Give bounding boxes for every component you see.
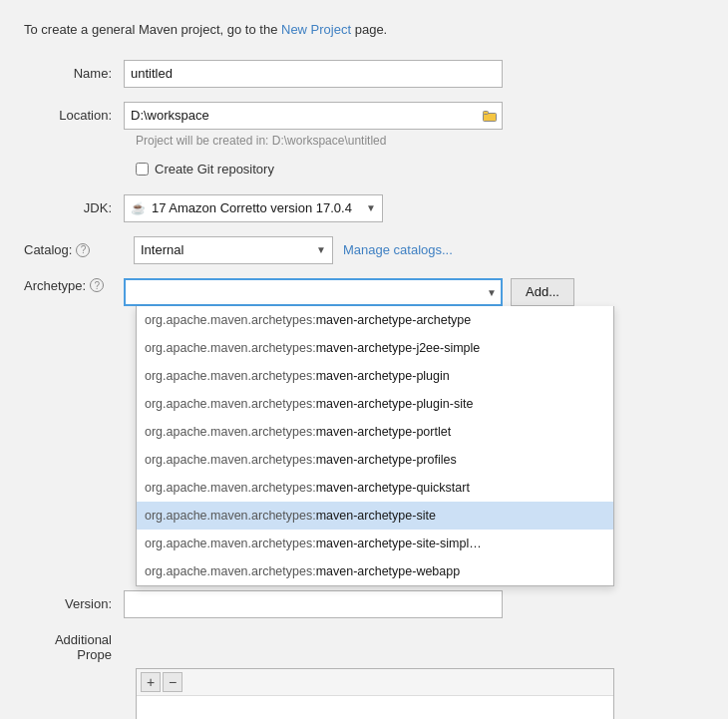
additional-props-header: Additional Prope [24, 632, 704, 662]
version-row: Version: [24, 590, 704, 618]
additional-properties-section: Additional Prope + − [24, 632, 704, 720]
name-input[interactable] [124, 60, 503, 88]
manage-catalogs-link[interactable]: Manage catalogs... [343, 242, 453, 257]
props-table: + − [136, 668, 614, 720]
name-row: Name: [24, 60, 704, 88]
jdk-chevron-icon: ▼ [366, 202, 376, 213]
dropdown-item-4[interactable]: org.apache.maven.archetypes:maven-archet… [137, 418, 613, 446]
browse-folder-button[interactable] [479, 105, 501, 127]
props-toolbar: + − [137, 669, 613, 696]
dropdown-item-1[interactable]: org.apache.maven.archetypes:maven-archet… [137, 334, 613, 362]
dropdown-item-9[interactable]: org.apache.maven.archetypes:maven-archet… [137, 557, 613, 585]
git-checkbox-label[interactable]: Create Git repository [136, 162, 274, 177]
archetype-dropdown: org.apache.maven.archetypes:maven-archet… [136, 306, 614, 586]
catalog-help-icon[interactable]: ? [76, 243, 90, 257]
catalog-value: Internal [141, 242, 183, 257]
git-checkbox-text: Create Git repository [155, 162, 274, 177]
catalog-row: Catalog: ? Internal ▼ Manage catalogs... [24, 236, 704, 264]
catalog-chevron-icon: ▼ [316, 244, 326, 255]
location-input[interactable] [124, 102, 503, 130]
jdk-select[interactable]: ☕ 17 Amazon Corretto version 17.0.4 ▼ [124, 194, 383, 222]
jdk-icon: ☕ [131, 201, 146, 215]
dropdown-item-0[interactable]: org.apache.maven.archetypes:maven-archet… [137, 306, 613, 334]
archetype-input-area: ▼ [124, 278, 503, 306]
dropdown-item-8[interactable]: org.apache.maven.archetypes:maven-archet… [137, 530, 613, 557]
catalog-label-with-help: Catalog: ? [24, 242, 112, 257]
archetype-row: Archetype: ? ▼ Add... [24, 278, 704, 306]
version-input[interactable] [124, 590, 503, 618]
catalog-select[interactable]: Internal ▼ [134, 236, 333, 264]
dropdown-item-2[interactable]: org.apache.maven.archetypes:maven-archet… [137, 362, 613, 390]
catalog-label: Catalog: ? [24, 242, 124, 257]
jdk-value: 17 Amazon Corretto version 17.0.4 [152, 200, 352, 215]
add-archetype-button[interactable]: Add... [511, 278, 574, 306]
new-project-link[interactable]: New Project [281, 22, 351, 37]
name-label: Name: [24, 66, 124, 81]
project-path-text: Project will be created in: D:\workspace… [136, 134, 386, 148]
catalog-select-wrapper: Internal ▼ [134, 236, 333, 264]
archetype-label: Archetype: ? [24, 278, 124, 293]
props-content [137, 696, 613, 720]
project-path-row: Project will be created in: D:\workspace… [24, 134, 704, 148]
svg-rect-1 [484, 111, 489, 114]
jdk-label: JDK: [24, 200, 124, 215]
git-checkbox[interactable] [136, 163, 149, 176]
dropdown-item-3[interactable]: org.apache.maven.archetypes:maven-archet… [137, 390, 613, 418]
intro-text: To create a general Maven project, go to… [24, 20, 704, 40]
name-input-wrapper [124, 60, 503, 88]
additional-props-label: Additional Prope [24, 632, 124, 662]
dropdown-item-5[interactable]: org.apache.maven.archetypes:maven-archet… [137, 446, 613, 474]
location-input-wrapper [124, 102, 503, 130]
version-input-wrapper [124, 590, 503, 618]
remove-prop-button[interactable]: − [163, 672, 182, 692]
location-row: Location: [24, 102, 704, 130]
archetype-help-icon[interactable]: ? [90, 278, 104, 292]
git-row: Create Git repository [136, 162, 704, 177]
location-label: Location: [24, 108, 124, 123]
jdk-row: JDK: ☕ 17 Amazon Corretto version 17.0.4… [24, 194, 704, 222]
dropdown-item-6[interactable]: org.apache.maven.archetypes:maven-archet… [137, 474, 613, 502]
version-label: Version: [24, 596, 124, 611]
archetype-input[interactable] [124, 278, 503, 306]
main-container: To create a general Maven project, go to… [0, 0, 728, 719]
archetype-label-with-help: Archetype: ? [24, 278, 112, 293]
add-prop-button[interactable]: + [141, 672, 161, 692]
dropdown-item-7[interactable]: org.apache.maven.archetypes:maven-archet… [137, 502, 613, 530]
